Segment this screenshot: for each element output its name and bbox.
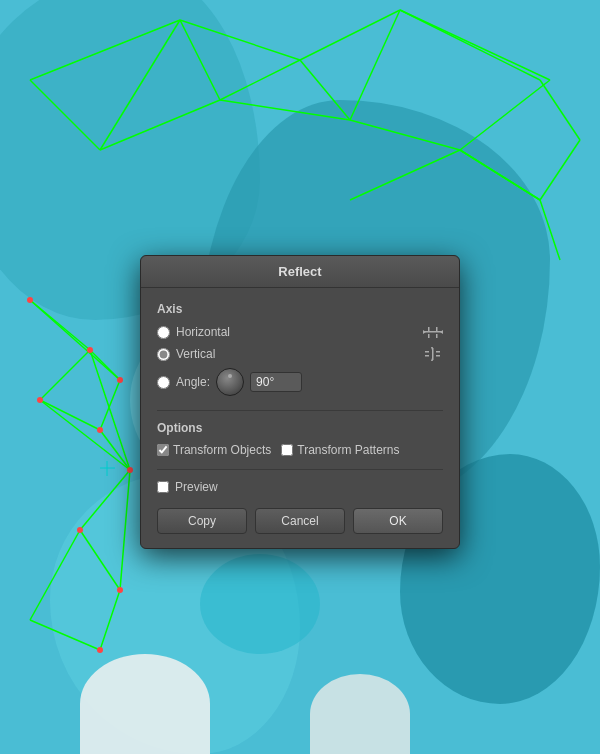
svg-line-8: [400, 10, 540, 80]
svg-line-15: [350, 120, 460, 150]
cancel-button[interactable]: Cancel: [255, 508, 345, 534]
angle-dial[interactable]: [216, 368, 244, 396]
vertical-radio-row: Vertical: [157, 346, 443, 362]
svg-rect-54: [432, 348, 434, 360]
svg-point-36: [87, 347, 93, 353]
transform-patterns-checkbox[interactable]: [281, 444, 293, 456]
svg-line-0: [30, 20, 180, 80]
svg-rect-59: [436, 351, 440, 353]
svg-line-7: [540, 80, 580, 140]
svg-line-28: [80, 470, 130, 530]
svg-rect-51: [436, 327, 438, 331]
svg-line-27: [90, 350, 130, 470]
svg-point-38: [97, 427, 103, 433]
svg-point-39: [117, 377, 123, 383]
svg-rect-58: [425, 355, 429, 357]
horizontal-icon: [423, 324, 443, 340]
horizontal-label[interactable]: Horizontal: [176, 325, 417, 339]
svg-point-40: [127, 467, 133, 473]
svg-line-17: [100, 100, 220, 150]
svg-line-20: [540, 200, 560, 260]
vertical-label[interactable]: Vertical: [176, 347, 417, 361]
svg-rect-47: [424, 331, 442, 333]
svg-rect-52: [428, 334, 430, 338]
svg-line-14: [350, 10, 400, 120]
svg-point-42: [117, 587, 123, 593]
dialog-body: Axis Horizontal: [141, 288, 459, 548]
copy-button[interactable]: Copy: [157, 508, 247, 534]
transform-objects-group: Transform Objects: [157, 443, 271, 457]
svg-line-6: [540, 140, 580, 200]
svg-line-26: [30, 300, 120, 380]
svg-line-34: [40, 400, 130, 470]
options-section-label: Options: [157, 421, 443, 435]
svg-rect-57: [425, 351, 429, 353]
transform-objects-label[interactable]: Transform Objects: [173, 443, 271, 457]
svg-line-9: [30, 80, 100, 150]
section-divider-2: [157, 469, 443, 470]
svg-point-41: [77, 527, 83, 533]
svg-rect-53: [436, 334, 438, 338]
dial-indicator: [228, 374, 232, 378]
svg-line-1: [180, 20, 300, 60]
svg-line-22: [40, 350, 90, 400]
horizontal-radio-row: Horizontal: [157, 324, 443, 340]
svg-line-16: [220, 100, 350, 120]
transform-objects-checkbox[interactable]: [157, 444, 169, 456]
svg-line-33: [120, 470, 130, 590]
preview-checkbox[interactable]: [157, 481, 169, 493]
dialog-title: Reflect: [278, 264, 321, 279]
svg-point-43: [97, 647, 103, 653]
reflect-dialog: Reflect Axis Horizontal: [140, 255, 460, 549]
svg-line-2: [300, 10, 400, 60]
svg-rect-50: [428, 327, 430, 331]
svg-line-18: [350, 150, 460, 200]
preview-label[interactable]: Preview: [175, 480, 218, 494]
svg-line-31: [30, 620, 100, 650]
axis-section-label: Axis: [157, 302, 443, 316]
transform-patterns-label[interactable]: Transform Patterns: [297, 443, 399, 457]
ok-button[interactable]: OK: [353, 508, 443, 534]
svg-line-29: [80, 530, 120, 590]
svg-line-10: [100, 20, 180, 150]
horizontal-radio[interactable]: [157, 326, 170, 339]
angle-input[interactable]: [250, 372, 302, 392]
svg-line-13: [300, 60, 350, 120]
svg-point-37: [37, 397, 43, 403]
svg-line-19: [460, 150, 540, 200]
preview-row: Preview: [157, 480, 443, 494]
axis-section: Axis Horizontal: [157, 302, 443, 396]
buttons-row: Copy Cancel OK: [157, 508, 443, 534]
angle-radio-row: Angle:: [157, 368, 443, 396]
svg-marker-49: [440, 330, 443, 334]
dialog-titlebar: Reflect: [141, 256, 459, 288]
options-section: Options Transform Objects Transform Patt…: [157, 421, 443, 457]
svg-line-12: [220, 60, 300, 100]
angle-label[interactable]: Angle:: [176, 375, 210, 389]
svg-point-44: [27, 297, 33, 303]
svg-marker-48: [423, 330, 426, 334]
vertical-icon: [423, 346, 443, 362]
options-row: Transform Objects Transform Patterns: [157, 443, 443, 457]
transform-patterns-group: Transform Patterns: [281, 443, 399, 457]
svg-line-23: [40, 400, 100, 430]
svg-rect-60: [436, 355, 440, 357]
section-divider-1: [157, 410, 443, 411]
svg-line-30: [100, 590, 120, 650]
vertical-radio[interactable]: [157, 348, 170, 361]
svg-line-4: [460, 80, 550, 150]
svg-line-32: [30, 530, 80, 620]
angle-radio[interactable]: [157, 376, 170, 389]
